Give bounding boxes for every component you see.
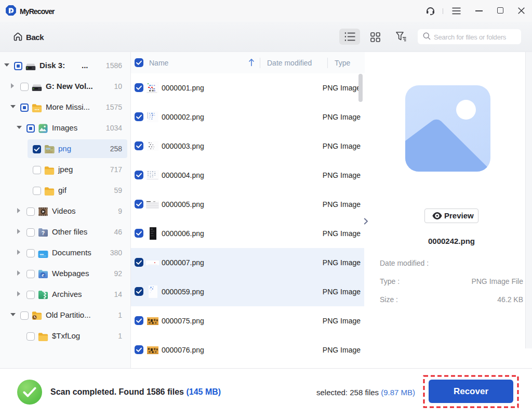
svg-text:?: ? xyxy=(42,230,45,236)
svg-text:e: e xyxy=(42,272,44,278)
